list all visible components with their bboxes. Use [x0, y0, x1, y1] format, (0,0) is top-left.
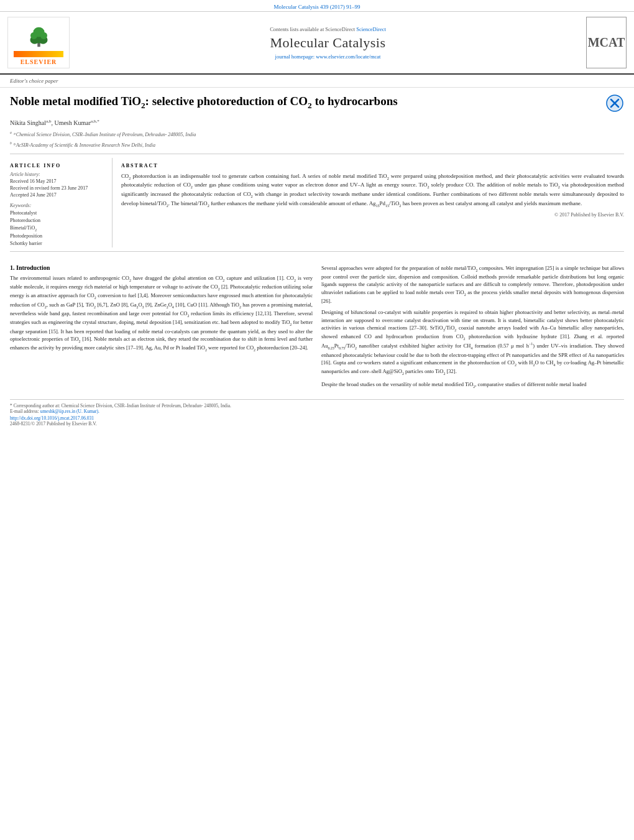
journal-title: Molecular Catalysis	[270, 35, 385, 51]
elsevier-stripe	[14, 51, 63, 57]
article-title: Noble metal modified TiO2: selective pho…	[10, 94, 599, 111]
history-label: Article history:	[10, 172, 103, 177]
col-left: 1. Introduction The environmental issues…	[10, 264, 313, 393]
crossmark-icon	[605, 94, 624, 113]
editors-choice: Editor's choice paper	[0, 75, 634, 88]
svg-point-6	[40, 32, 47, 39]
mcat-box: MCAT	[586, 17, 627, 68]
intro-para2: Several approaches were adopted for the …	[321, 264, 624, 305]
doi-line[interactable]: http://dx.doi.org/10.1016/j.mcat.2017.06…	[10, 415, 624, 421]
journal-homepage: journal homepage: www.elsevier.com/locat…	[275, 53, 381, 60]
article-info: ARTICLE INFO Article history: Received 1…	[10, 158, 113, 247]
sciencedirect-link[interactable]: ScienceDirect	[356, 26, 386, 32]
affiliation-b: b ᵇ AcSIR-Academy of Scientific & Innova…	[0, 139, 634, 150]
intro-para3: Designing of bifunctional co-catalyst wi…	[321, 308, 624, 376]
intro-heading: 1. Introduction	[10, 264, 313, 271]
article-info-title: ARTICLE INFO	[10, 163, 103, 168]
divider-2	[10, 251, 624, 252]
footnote-section: * Corresponding author at: Chemical Scie…	[10, 399, 624, 427]
abstract-title: ABSTRACT	[121, 163, 624, 168]
divider	[10, 154, 624, 154]
contents-available: Contents lists available at ScienceDirec…	[270, 26, 386, 32]
email-line: E-mail address: umeshk@iip.res.in (U. Ku…	[10, 408, 624, 414]
page: Molecular Catalysis 439 (2017) 91–99 ELS…	[0, 0, 634, 840]
intro-para1: The environmental issues related to anth…	[10, 274, 313, 353]
keywords-label: Keywords:	[10, 203, 103, 208]
revised-date: Received in revised form 23 June 2017	[10, 185, 103, 191]
intro-para4: Despite the broad studies on the versati…	[321, 381, 624, 389]
article-body: ARTICLE INFO Article history: Received 1…	[0, 158, 634, 247]
abstract-text: CO2 photoreduction is an indispensable t…	[121, 172, 624, 209]
keywords-list: Photocatalyst Photoreduction Bimetal/TiO…	[10, 210, 103, 247]
journal-header: ELSEVIER Contents lists available at Sci…	[0, 12, 634, 75]
journal-top-bar: Molecular Catalysis 439 (2017) 91–99	[0, 0, 634, 12]
journal-center: Contents lists available at ScienceDirec…	[76, 17, 580, 68]
elsevier-text: ELSEVIER	[21, 58, 57, 65]
article-title-section: Noble metal modified TiO2: selective pho…	[0, 88, 634, 116]
corresponding-author: * Corresponding author at: Chemical Scie…	[10, 403, 624, 408]
received-date: Received 16 May 2017	[10, 178, 103, 184]
issn-line: 2468-8231/© 2017 Published by Elsevier B…	[10, 421, 624, 427]
abstract-section: ABSTRACT CO2 photoreduction is an indisp…	[113, 158, 624, 247]
svg-point-5	[30, 32, 37, 39]
authors: Nikita Singhala,b, Umesh Kumara,b,*	[0, 116, 634, 129]
elsevier-tree-icon	[25, 20, 53, 51]
journal-citation: Molecular Catalysis 439 (2017) 91–99	[274, 4, 361, 10]
affiliation-a: a ᵃ Chemical Science Division, CSIR–Indi…	[0, 129, 634, 139]
col-right: Several approaches were adopted for the …	[321, 264, 624, 393]
elsevier-logo: ELSEVIER	[7, 17, 70, 68]
copyright: © 2017 Published by Elsevier B.V.	[121, 212, 624, 218]
accepted-date: Accepted 24 June 2017	[10, 192, 103, 198]
main-content: 1. Introduction The environmental issues…	[0, 256, 634, 399]
